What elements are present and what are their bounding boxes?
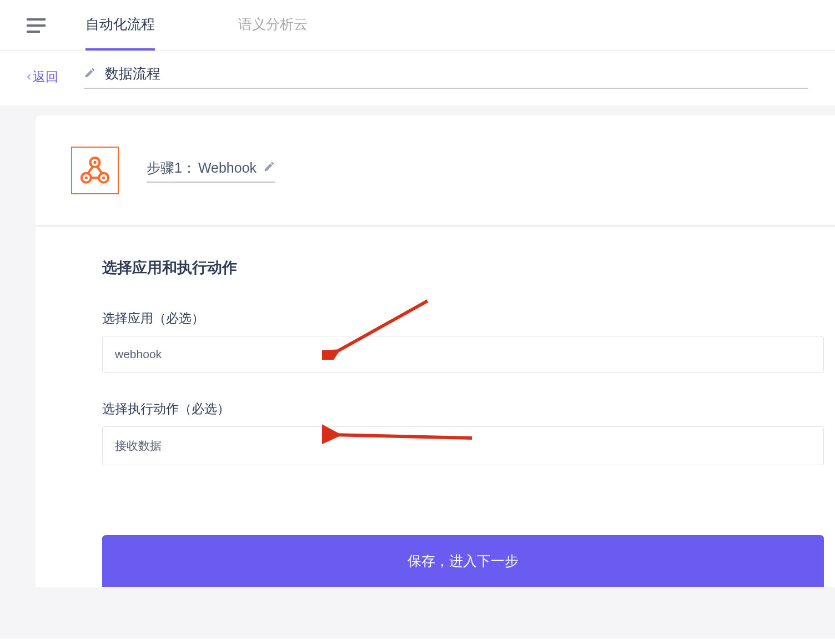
svg-rect-1 — [27, 24, 46, 27]
back-label: 返回 — [33, 68, 58, 85]
step-prefix: 步骤1： — [147, 159, 196, 177]
tab-label: 自动化流程 — [85, 15, 155, 33]
pencil-icon[interactable] — [84, 67, 96, 81]
field-app: 选择应用（必选） webhook — [102, 310, 835, 373]
header-bar: 自动化流程 语义分析云 — [0, 0, 835, 51]
form-section: 选择应用和执行动作 选择应用（必选） webhook 选择执行动作（必选） 接收… — [36, 227, 835, 587]
content-area: 步骤1： Webhook 选择应用和执行动作 选择应用（必选） webhook — [0, 105, 835, 638]
menu-toggle-button[interactable] — [27, 18, 46, 33]
action-select-value: 接收数据 — [115, 439, 162, 452]
step-card: 步骤1： Webhook 选择应用和执行动作 选择应用（必选） webhook — [36, 115, 835, 587]
svg-point-7 — [85, 177, 88, 179]
back-button[interactable]: ‹‹ 返回 — [27, 68, 58, 85]
form-heading: 选择应用和执行动作 — [102, 258, 835, 278]
page-title[interactable]: 数据流程 — [105, 64, 160, 83]
button-label: 保存，进入下一步 — [408, 553, 519, 568]
save-next-button[interactable]: 保存，进入下一步 — [102, 535, 824, 587]
tab-automation[interactable]: 自动化流程 — [85, 0, 155, 51]
step-header: 步骤1： Webhook — [36, 115, 835, 227]
header-tabs: 自动化流程 语义分析云 — [85, 0, 391, 51]
app-select[interactable]: webhook — [102, 336, 824, 373]
tab-semantic[interactable]: 语义分析云 — [238, 0, 308, 51]
app-field-label: 选择应用（必选） — [102, 310, 835, 327]
tab-label: 语义分析云 — [238, 15, 308, 33]
menu-icon — [27, 18, 46, 33]
svg-rect-2 — [27, 31, 40, 33]
step-title: Webhook — [198, 160, 256, 176]
webhook-icon — [79, 154, 111, 187]
field-action: 选择执行动作（必选） 接收数据 — [102, 400, 835, 465]
pencil-icon[interactable] — [263, 160, 275, 175]
action-field-label: 选择执行动作（必选） — [102, 400, 835, 417]
action-select[interactable]: 接收数据 — [102, 426, 824, 465]
svg-point-8 — [102, 177, 105, 179]
step-title-row[interactable]: 步骤1： Webhook — [147, 159, 275, 183]
page-title-row: 数据流程 — [84, 64, 808, 89]
svg-point-6 — [93, 161, 96, 164]
chevrons-left-icon: ‹‹ — [27, 69, 28, 84]
subheader: ‹‹ 返回 数据流程 — [0, 51, 835, 105]
svg-rect-0 — [27, 18, 46, 21]
app-select-value: webhook — [115, 348, 162, 360]
webhook-icon-box — [71, 147, 119, 194]
